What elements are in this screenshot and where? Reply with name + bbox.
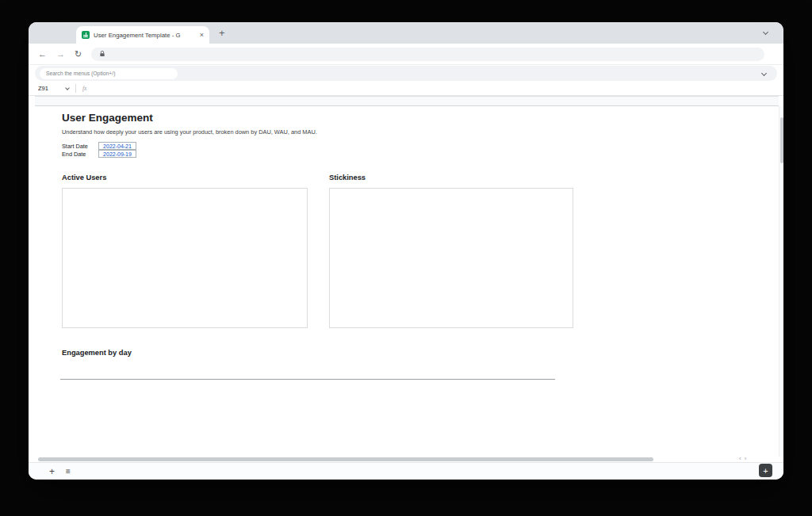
active-users-chart[interactable] bbox=[62, 188, 308, 328]
table-header-underline bbox=[60, 379, 555, 380]
close-window-button[interactable] bbox=[40, 29, 48, 36]
all-sheets-button[interactable]: ≡ bbox=[66, 467, 71, 476]
browser-tabstrip: User Engagement Template - G × + bbox=[29, 22, 783, 44]
menu-search-input[interactable]: Search the menus (Option+/) bbox=[40, 68, 178, 79]
horizontal-scrollbar[interactable] bbox=[38, 457, 653, 461]
zoom-window-button[interactable] bbox=[67, 29, 75, 36]
horizontal-scroll-arrows[interactable]: ‹› bbox=[739, 455, 749, 462]
column-headers bbox=[35, 96, 779, 106]
active-users-heading: Active Users bbox=[62, 174, 106, 182]
sheet-tab-bar: + ≡ bbox=[29, 462, 783, 480]
spreadsheet-grid[interactable]: User Engagement Understand how deeply yo… bbox=[35, 106, 779, 457]
fx-icon: fx bbox=[82, 85, 86, 92]
tab-close-icon[interactable]: × bbox=[200, 31, 204, 39]
tab-search-chevron-icon[interactable] bbox=[763, 29, 768, 35]
start-date-label: Start Date bbox=[62, 143, 88, 151]
vertical-scrollbar-thumb[interactable] bbox=[780, 117, 783, 163]
sheets-toolbar: Search the menus (Option+/) bbox=[29, 65, 783, 82]
stickiness-chart[interactable] bbox=[329, 188, 573, 328]
back-icon[interactable]: ← bbox=[38, 49, 47, 59]
minimize-window-button[interactable] bbox=[54, 29, 61, 36]
engagement-table-heading: Engagement by day bbox=[62, 349, 132, 357]
menu-search-placeholder: Search the menus (Option+/) bbox=[46, 71, 115, 76]
browser-navbar: ← → ↻ bbox=[29, 44, 783, 65]
reload-icon[interactable]: ↻ bbox=[75, 49, 82, 59]
browser-window: User Engagement Template - G × + ← → ↻ S… bbox=[29, 22, 783, 480]
new-tab-button[interactable]: + bbox=[219, 27, 225, 39]
name-box-chevron-icon[interactable] bbox=[65, 86, 70, 90]
name-box[interactable]: Z91 bbox=[38, 85, 65, 92]
sheet-title: User Engagement bbox=[62, 112, 153, 124]
forward-icon[interactable]: → bbox=[56, 49, 65, 59]
address-bar[interactable] bbox=[91, 48, 764, 61]
tab-title: User Engagement Template - G bbox=[94, 32, 196, 39]
lock-icon bbox=[98, 50, 106, 58]
browser-tab[interactable]: User Engagement Template - G × bbox=[76, 26, 209, 44]
end-date-input[interactable]: 2022-09-19 bbox=[98, 150, 136, 158]
vertical-scrollbar[interactable] bbox=[779, 106, 783, 457]
overlay-plus-button[interactable]: + bbox=[759, 464, 772, 477]
add-sheet-button[interactable]: + bbox=[49, 466, 55, 477]
stickiness-heading: Stickiness bbox=[329, 174, 366, 182]
start-date-input[interactable]: 2022-04-21 bbox=[98, 142, 136, 150]
toolbar-overflow-chevron-icon[interactable] bbox=[761, 71, 767, 76]
sheets-favicon-icon bbox=[82, 31, 90, 39]
window-controls[interactable] bbox=[40, 29, 75, 36]
end-date-label: End Date bbox=[62, 151, 86, 159]
formula-bar: Z91 fx bbox=[29, 82, 783, 96]
sheet-subtitle: Understand how deeply your users are usi… bbox=[62, 128, 317, 136]
